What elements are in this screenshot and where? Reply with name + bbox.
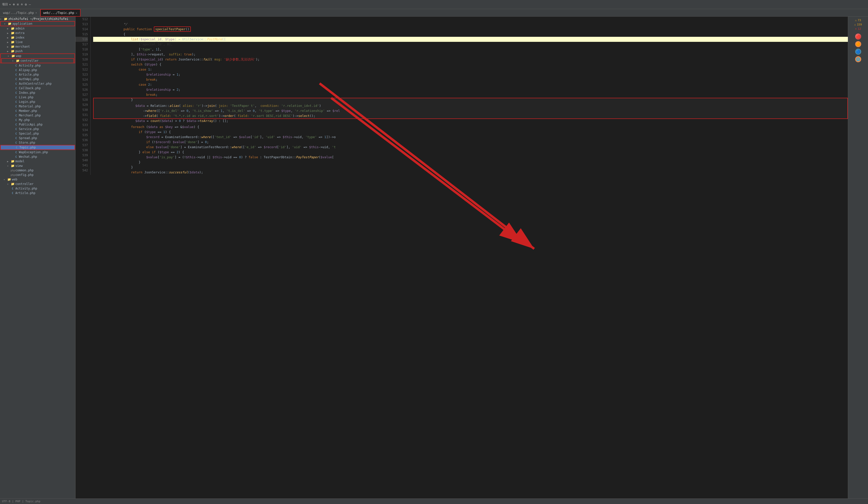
sidebar-item-admin[interactable]: ▶ 📁 admin [0, 26, 75, 31]
sidebar-item-label: Service.php [19, 127, 39, 131]
chevron-right-icon: ▶ [7, 46, 11, 48]
code-line-522: $relationship = 1; [93, 67, 848, 72]
sidebar-file-authcontroller[interactable]: C AuthController.php [0, 81, 75, 86]
chevron-down-icon: ▾ [8, 55, 11, 58]
sidebar-file-alipay[interactable]: C Alipay.php [0, 68, 75, 72]
sidebar-file-activity[interactable]: C Activity.php [0, 63, 75, 68]
code-line-518: ], $this->request, suffix: true); [93, 47, 848, 52]
sidebar-file-web-activity[interactable]: C Activity.php [0, 186, 75, 191]
line-number: 540 [75, 158, 88, 163]
sidebar-file-common[interactable]: php common.php [0, 168, 75, 173]
sidebar-file-spread[interactable]: C Spread.php [0, 136, 75, 140]
sidebar-file-service[interactable]: C Service.php [0, 127, 75, 131]
php-file-icon: C [14, 69, 18, 72]
sidebar-item-controller[interactable]: ▾ 📁 controller [1, 59, 74, 63]
sidebar-file-index[interactable]: C Index.php [0, 90, 75, 95]
browser-icon-2: 🟠 [855, 41, 861, 47]
code-line-519: if (!$special_id) return JsonService::fa… [93, 52, 848, 57]
php-file-icon: C [11, 187, 14, 190]
sidebar-item-label: Article.php [16, 191, 35, 195]
toolbar-icon-1[interactable]: ⊕ [13, 2, 15, 6]
sidebar-item-label: controller [16, 182, 33, 186]
sidebar-root-label: zhishifufei ~/Project/zhishifufei [8, 17, 68, 21]
line-number: 532 [75, 118, 88, 122]
php-file-icon: php [11, 174, 14, 177]
sidebar-file-login[interactable]: C Login.php [0, 100, 75, 104]
sidebar-file-callback[interactable]: C Callback.php [0, 86, 75, 90]
line-number: 514 [75, 27, 88, 32]
sidebar-item-extra[interactable]: ▶ 📁 extra [0, 31, 75, 35]
sidebar-item-live[interactable]: ▶ 📁 live [0, 40, 75, 44]
sidebar-file-merchant[interactable]: C Merchant.php [0, 113, 75, 118]
sidebar-item-label: Activity.php [19, 64, 41, 67]
php-file-icon: C [14, 119, 18, 121]
code-line-542: } [93, 170, 848, 175]
sidebar-file-material[interactable]: C Material.php [0, 104, 75, 109]
sidebar-item-label: push [16, 49, 23, 53]
warning-count-2: ⚠ 159 [854, 23, 862, 26]
code-line-513: public function specialTestPaper() [93, 22, 848, 27]
sidebar-item-label: Article.php [19, 73, 39, 76]
chevron-down-icon: ▾ [0, 18, 3, 20]
sidebar-item-index[interactable]: ▶ 📁 index [0, 35, 75, 40]
sidebar-item-label: PublicApi.php [19, 123, 43, 126]
sidebar-item-label: Alipay.php [19, 68, 37, 72]
browser-icons: 🔴 🟠 🔵 🌐 [855, 33, 861, 62]
sidebar-item-push[interactable]: ▶ 📁 push [0, 49, 75, 53]
sidebar-item-label: Callback.php [19, 87, 41, 90]
chevron-right-icon: ▶ [7, 36, 11, 39]
sidebar-file-publicapi[interactable]: C PublicApi.php [0, 122, 75, 127]
line-number: 534 [75, 128, 88, 133]
tab-wap-topic[interactable]: wap/.../Topic.php ✕ [0, 9, 40, 17]
line-number: 526 [75, 87, 88, 92]
close-icon[interactable]: ✕ [35, 11, 37, 14]
sidebar-item-web-controller[interactable]: ▾ 📁 controller [0, 182, 75, 186]
sidebar-file-wapexception[interactable]: C WapException.php [0, 150, 75, 154]
toolbar-project[interactable]: 项目 ▾ [2, 2, 11, 7]
sidebar-item-merchant[interactable]: ▶ 📁 merchant [0, 44, 75, 49]
sidebar-item-label: My.php [19, 118, 30, 122]
toolbar-icon-2[interactable]: ≡ [17, 2, 19, 6]
sidebar-file-topic[interactable]: C Topic.php [0, 145, 75, 150]
sidebar-item-application[interactable]: ▾ 📁 application [0, 21, 75, 26]
code-line-527: } [93, 92, 848, 97]
tab-bar: wap/.../Topic.php ✕ web/.../Topic.php ✕ [0, 9, 868, 17]
code-content[interactable]: */ public function specialTestPaper() { … [91, 17, 848, 175]
code-line-521: case 1: [93, 62, 848, 67]
sidebar-file-store[interactable]: C Store.php [0, 140, 75, 145]
sidebar-file-web-article[interactable]: C Article.php [0, 191, 75, 195]
sidebar-item-label: index [16, 36, 24, 39]
sidebar-item-label: admin [16, 27, 24, 30]
main-layout: ▾ 📁 zhishifufei ~/Project/zhishifufei ▾ … [0, 17, 868, 498]
sidebar-item-web[interactable]: ▾ 📁 web [0, 177, 75, 182]
folder-icon: 📁 [11, 36, 14, 39]
code-editor[interactable]: 512 513 514 515 516 517 518 519 520 521 … [75, 17, 848, 498]
line-number: 516 [75, 37, 88, 42]
sidebar-file-authapi[interactable]: C AuthApi.php [0, 77, 75, 81]
php-file-icon: C [14, 128, 18, 131]
sidebar-file-special[interactable]: C Special.php [0, 131, 75, 136]
sidebar-root[interactable]: ▾ 📁 zhishifufei ~/Project/zhishifufei [0, 17, 75, 21]
sidebar-file-config[interactable]: php config.php [0, 173, 75, 177]
sidebar-file-article[interactable]: C Article.php [0, 72, 75, 77]
sidebar-file-wechat[interactable]: C Wechat.php [0, 154, 75, 159]
sidebar-item-wap[interactable]: ▾ 📁 wap [0, 54, 75, 58]
gear-icon[interactable]: ⚙ [25, 2, 27, 6]
line-number: 521 [75, 62, 88, 67]
sidebar-item-label: application [12, 22, 32, 26]
close-icon[interactable]: ✕ [76, 12, 77, 14]
browser-icon-1: 🔴 [855, 33, 861, 40]
sidebar-file-member[interactable]: C Member.php [0, 109, 75, 113]
line-number: 525 [75, 82, 88, 87]
sidebar-item-label: common.php [16, 169, 33, 172]
sidebar-item-model[interactable]: ▶ 📁 model [0, 159, 75, 163]
minimize-icon[interactable]: — [29, 2, 31, 6]
sidebar-file-my[interactable]: C My.php [0, 118, 75, 122]
sidebar-item-view[interactable]: ▾ 📁 view [0, 163, 75, 168]
toolbar-icon-3[interactable]: ≐ [21, 2, 23, 6]
sidebar-file-live[interactable]: C Live.php [0, 95, 75, 100]
tab-web-topic[interactable]: web/.../Topic.php ✕ [40, 9, 81, 17]
sidebar-item-label: WapException.php [19, 150, 48, 154]
sidebar-item-label: extra [16, 31, 24, 35]
chevron-right-icon: ▶ [7, 160, 11, 163]
